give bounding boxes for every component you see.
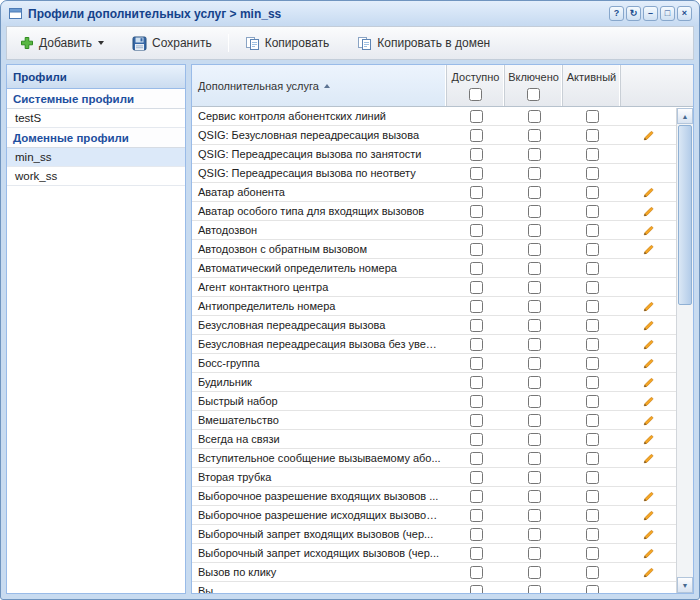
active-checkbox[interactable] xyxy=(586,167,599,180)
table-row[interactable]: Автодозвон xyxy=(192,221,676,240)
active-checkbox[interactable] xyxy=(586,471,599,484)
edit-icon[interactable] xyxy=(642,414,655,427)
active-checkbox[interactable] xyxy=(586,300,599,313)
active-checkbox[interactable] xyxy=(586,452,599,465)
table-row[interactable]: Выборочное разрешение исходящих вызовов.… xyxy=(192,506,676,525)
table-row[interactable]: Выборочный запрет исходящих вызовов (чер… xyxy=(192,544,676,563)
table-row[interactable]: QSIG: Безусловная переадресация вызова xyxy=(192,126,676,145)
enabled-checkbox[interactable] xyxy=(528,490,541,503)
scroll-up-button[interactable]: ▲ xyxy=(677,108,693,124)
active-checkbox[interactable] xyxy=(586,528,599,541)
active-checkbox[interactable] xyxy=(586,357,599,370)
active-checkbox[interactable] xyxy=(586,547,599,560)
active-checkbox[interactable] xyxy=(586,205,599,218)
enabled-checkbox[interactable] xyxy=(528,585,541,594)
column-enabled[interactable]: Включено xyxy=(505,65,563,106)
edit-icon[interactable] xyxy=(642,205,655,218)
table-row[interactable]: Всегда на связи xyxy=(192,430,676,449)
available-checkbox[interactable] xyxy=(470,110,483,123)
edit-icon[interactable] xyxy=(642,376,655,389)
table-row[interactable]: Вторая трубка xyxy=(192,468,676,487)
available-header-checkbox[interactable] xyxy=(469,88,482,101)
edit-icon[interactable] xyxy=(642,528,655,541)
enabled-checkbox[interactable] xyxy=(528,224,541,237)
profile-item[interactable]: testS xyxy=(7,109,185,128)
active-checkbox[interactable] xyxy=(586,433,599,446)
enabled-checkbox[interactable] xyxy=(528,414,541,427)
available-checkbox[interactable] xyxy=(470,528,483,541)
table-row[interactable]: QSIG: Переадресация вызова по неответу xyxy=(192,164,676,183)
available-checkbox[interactable] xyxy=(470,129,483,142)
save-button[interactable]: Сохранить xyxy=(125,32,219,55)
available-checkbox[interactable] xyxy=(470,395,483,408)
table-row[interactable]: Босс-группа xyxy=(192,354,676,373)
table-row[interactable]: Вступительное сообщение вызываемому або.… xyxy=(192,449,676,468)
edit-icon[interactable] xyxy=(642,224,655,237)
edit-icon[interactable] xyxy=(642,129,655,142)
table-row[interactable]: Аватар особого типа для входящих вызовов xyxy=(192,202,676,221)
active-checkbox[interactable] xyxy=(586,110,599,123)
available-checkbox[interactable] xyxy=(470,357,483,370)
enabled-checkbox[interactable] xyxy=(528,243,541,256)
table-row[interactable]: Вмешательство xyxy=(192,411,676,430)
edit-icon[interactable] xyxy=(642,243,655,256)
scroll-thumb[interactable] xyxy=(678,125,692,305)
enabled-checkbox[interactable] xyxy=(528,186,541,199)
available-checkbox[interactable] xyxy=(470,376,483,389)
available-checkbox[interactable] xyxy=(470,300,483,313)
profile-item[interactable]: min_ss xyxy=(7,148,185,167)
available-checkbox[interactable] xyxy=(470,319,483,332)
active-checkbox[interactable] xyxy=(586,585,599,594)
active-checkbox[interactable] xyxy=(586,224,599,237)
available-checkbox[interactable] xyxy=(470,224,483,237)
available-checkbox[interactable] xyxy=(470,205,483,218)
active-checkbox[interactable] xyxy=(586,566,599,579)
column-available[interactable]: Доступно xyxy=(447,65,505,106)
enabled-checkbox[interactable] xyxy=(528,395,541,408)
edit-icon[interactable] xyxy=(642,300,655,313)
edit-icon[interactable] xyxy=(642,395,655,408)
table-row[interactable]: Выборочное разрешение входящих вызовов .… xyxy=(192,487,676,506)
table-row[interactable]: Вызов по клику xyxy=(192,563,676,582)
edit-icon[interactable] xyxy=(642,547,655,560)
available-checkbox[interactable] xyxy=(470,452,483,465)
enabled-checkbox[interactable] xyxy=(528,528,541,541)
active-checkbox[interactable] xyxy=(586,414,599,427)
titlebar[interactable]: Профили дополнительных услуг > min_ss ? … xyxy=(1,1,699,26)
available-checkbox[interactable] xyxy=(470,148,483,161)
available-checkbox[interactable] xyxy=(470,433,483,446)
enabled-checkbox[interactable] xyxy=(528,300,541,313)
scrollbar[interactable]: ▲ ▼ xyxy=(676,108,693,593)
enabled-checkbox[interactable] xyxy=(528,148,541,161)
enabled-checkbox[interactable] xyxy=(528,319,541,332)
edit-icon[interactable] xyxy=(642,357,655,370)
maximize-button[interactable]: □ xyxy=(660,6,675,21)
edit-icon[interactable] xyxy=(642,338,655,351)
enabled-checkbox[interactable] xyxy=(528,452,541,465)
enabled-checkbox[interactable] xyxy=(528,471,541,484)
table-row[interactable]: QSIG: Переадресация вызова по занятости xyxy=(192,145,676,164)
minimize-button[interactable]: – xyxy=(643,6,658,21)
active-checkbox[interactable] xyxy=(586,338,599,351)
table-row[interactable]: Безусловная переадресация вызова без уве… xyxy=(192,335,676,354)
table-row[interactable]: Выборочный запрет входящих вызовов (чер.… xyxy=(192,525,676,544)
column-active[interactable]: Активный xyxy=(563,65,621,106)
copy-to-domain-button[interactable]: Копировать в домен xyxy=(350,32,497,55)
available-checkbox[interactable] xyxy=(470,262,483,275)
enabled-checkbox[interactable] xyxy=(528,262,541,275)
help-button[interactable]: ? xyxy=(609,6,624,21)
edit-icon[interactable] xyxy=(642,566,655,579)
profile-item[interactable]: work_ss xyxy=(7,167,185,186)
active-checkbox[interactable] xyxy=(586,148,599,161)
available-checkbox[interactable] xyxy=(470,509,483,522)
table-row[interactable]: Автоматический определитель номера xyxy=(192,259,676,278)
table-row[interactable]: Автодозвон с обратным вызовом xyxy=(192,240,676,259)
enabled-checkbox[interactable] xyxy=(528,509,541,522)
active-checkbox[interactable] xyxy=(586,376,599,389)
table-row[interactable]: Быстрый набор xyxy=(192,392,676,411)
enabled-checkbox[interactable] xyxy=(528,566,541,579)
active-checkbox[interactable] xyxy=(586,262,599,275)
active-checkbox[interactable] xyxy=(586,395,599,408)
active-checkbox[interactable] xyxy=(586,490,599,503)
enabled-checkbox[interactable] xyxy=(528,338,541,351)
